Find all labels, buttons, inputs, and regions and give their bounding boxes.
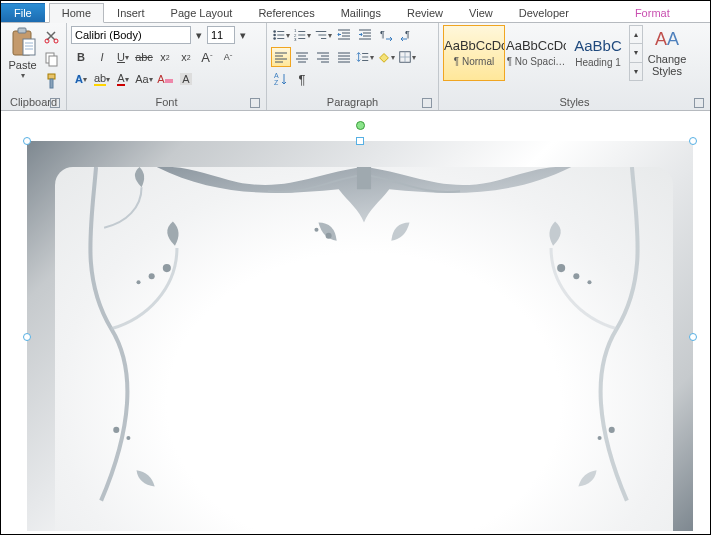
tab-review[interactable]: Review <box>394 3 456 22</box>
superscript-button[interactable]: x2 <box>176 47 196 67</box>
mid-right-handle[interactable] <box>689 333 697 341</box>
style-name: Heading 1 <box>575 57 621 68</box>
copy-button[interactable] <box>42 49 62 69</box>
shading-button[interactable]: ▾ <box>376 47 396 67</box>
bullets-button[interactable]: ▾ <box>271 25 291 45</box>
file-tab[interactable]: File <box>1 3 45 22</box>
paste-button[interactable]: Paste ▾ <box>5 25 40 91</box>
change-styles-label: Change Styles <box>648 53 687 77</box>
align-center-button[interactable] <box>292 47 312 67</box>
multilevel-list-button[interactable]: ▾ <box>313 25 333 45</box>
show-marks-button[interactable]: ¶ <box>292 69 312 89</box>
rtl-button[interactable]: ¶ <box>397 25 417 45</box>
tab-format[interactable]: Format <box>622 3 683 22</box>
tab-home[interactable]: Home <box>49 3 104 23</box>
style-heading-1[interactable]: AaBbC Heading 1 <box>567 25 629 81</box>
style-no-spacing[interactable]: AaBbCcDc ¶ No Spaci… <box>505 25 567 81</box>
top-mid-handle[interactable] <box>356 137 364 145</box>
paste-icon <box>10 27 36 57</box>
chevron-up-icon[interactable]: ▴ <box>630 26 642 44</box>
style-normal[interactable]: AaBbCcDc ¶ Normal <box>443 25 505 81</box>
dialog-launcher-icon[interactable] <box>422 98 432 108</box>
rotation-handle[interactable] <box>356 121 365 130</box>
group-styles: AaBbCcDc ¶ Normal AaBbCcDc ¶ No Spaci… A… <box>439 23 710 110</box>
line-spacing-button[interactable]: ▾ <box>355 47 375 67</box>
tab-view[interactable]: View <box>456 3 506 22</box>
copy-icon <box>44 51 60 67</box>
scissors-icon <box>44 29 60 45</box>
svg-text:A: A <box>655 29 667 49</box>
multilevel-icon <box>314 27 328 43</box>
top-left-handle[interactable] <box>23 137 31 145</box>
cut-button[interactable] <box>42 27 62 47</box>
font-size-input[interactable] <box>207 26 235 44</box>
svg-text:¶: ¶ <box>405 29 410 39</box>
chevron-down-icon: ▾ <box>21 71 25 80</box>
format-painter-button[interactable] <box>42 71 62 91</box>
style-name: ¶ Normal <box>454 56 494 67</box>
inserted-picture[interactable] <box>27 141 693 531</box>
numbering-icon: 123 <box>293 27 307 43</box>
svg-point-13 <box>273 30 276 33</box>
group-font-label: Font <box>155 96 177 108</box>
subscript-button[interactable]: x2 <box>155 47 175 67</box>
expand-gallery-icon[interactable]: ▾ <box>630 63 642 80</box>
align-left-button[interactable] <box>271 47 291 67</box>
bold-button[interactable]: B <box>71 47 91 67</box>
justify-icon <box>336 49 352 65</box>
top-right-handle[interactable] <box>689 137 697 145</box>
italic-button[interactable]: I <box>92 47 112 67</box>
dialog-launcher-icon[interactable] <box>694 98 704 108</box>
document-area[interactable] <box>1 111 710 534</box>
style-name: ¶ No Spaci… <box>507 56 566 67</box>
tab-insert[interactable]: Insert <box>104 3 158 22</box>
font-color-button[interactable]: A▾ <box>113 69 133 89</box>
numbering-button[interactable]: 123▾ <box>292 25 312 45</box>
change-styles-button[interactable]: AA Change Styles <box>643 25 691 91</box>
group-clipboard: Paste ▾ Clipboard <box>1 23 67 110</box>
clear-formatting-button[interactable]: A <box>155 69 175 89</box>
text-effects-button[interactable]: A▾ <box>71 69 91 89</box>
align-right-button[interactable] <box>313 47 333 67</box>
font-name-dropdown[interactable]: ▾ <box>192 25 206 45</box>
borders-button[interactable]: ▾ <box>397 47 417 67</box>
strikethrough-button[interactable]: abc <box>134 47 154 67</box>
underline-button[interactable]: U▾ <box>113 47 133 67</box>
borders-icon <box>398 49 412 65</box>
grow-font-button[interactable]: Aˆ <box>197 47 217 67</box>
mid-left-handle[interactable] <box>23 333 31 341</box>
tab-page-layout[interactable]: Page Layout <box>158 3 246 22</box>
style-gallery-scroll[interactable]: ▴ ▾ ▾ <box>629 25 643 81</box>
decrease-indent-button[interactable] <box>334 25 354 45</box>
style-sample: AaBbCcDc <box>506 39 566 52</box>
justify-button[interactable] <box>334 47 354 67</box>
dialog-launcher-icon[interactable] <box>50 98 60 108</box>
ltr-icon: ¶ <box>378 27 394 43</box>
align-right-icon <box>315 49 331 65</box>
svg-point-69 <box>587 280 591 284</box>
sort-button[interactable]: AZ <box>271 69 291 89</box>
chevron-down-icon[interactable]: ▾ <box>630 44 642 62</box>
shrink-font-button[interactable]: Aˇ <box>218 47 238 67</box>
tab-mailings[interactable]: Mailings <box>328 3 394 22</box>
increase-indent-button[interactable] <box>355 25 375 45</box>
group-styles-label: Styles <box>560 96 590 108</box>
tab-developer[interactable]: Developer <box>506 3 582 22</box>
svg-rect-9 <box>49 56 57 66</box>
tab-references[interactable]: References <box>245 3 327 22</box>
highlight-button[interactable]: ab▾ <box>92 69 112 89</box>
eraser-icon <box>165 75 173 83</box>
align-left-icon <box>273 49 289 65</box>
dialog-launcher-icon[interactable] <box>250 98 260 108</box>
svg-point-72 <box>609 427 615 433</box>
paintbrush-icon <box>44 73 60 89</box>
character-shading-button[interactable]: A <box>176 69 196 89</box>
tab-strip: File Home Insert Page Layout References … <box>1 1 710 23</box>
change-styles-icon: AA <box>653 27 681 51</box>
svg-text:Z: Z <box>274 79 279 86</box>
ltr-button[interactable]: ¶ <box>376 25 396 45</box>
change-case-button[interactable]: Aa▾ <box>134 69 154 89</box>
font-size-dropdown[interactable]: ▾ <box>236 25 250 45</box>
font-name-input[interactable] <box>71 26 191 44</box>
sort-icon: AZ <box>273 71 289 87</box>
